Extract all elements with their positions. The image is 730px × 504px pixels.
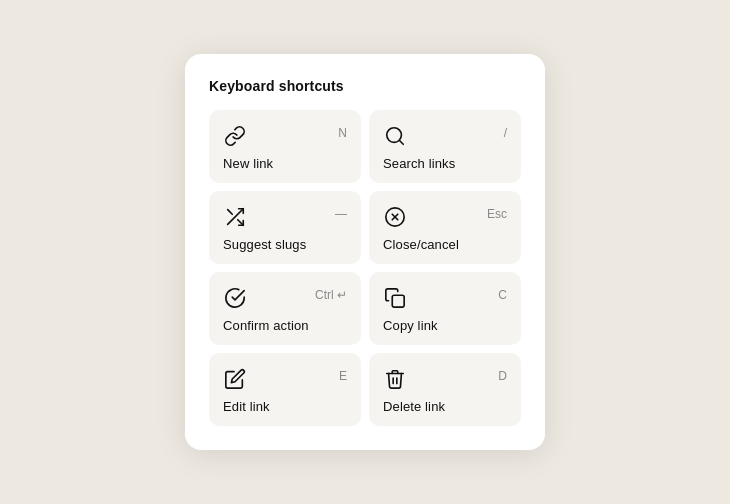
svg-rect-8 xyxy=(392,295,404,307)
shortcuts-grid: N New link / Search links xyxy=(209,110,521,426)
shortcut-key-search-links: / xyxy=(504,126,507,140)
shortcut-top: / xyxy=(383,124,507,148)
shortcut-label-search-links: Search links xyxy=(383,156,507,171)
shortcut-close-cancel: Esc Close/cancel xyxy=(369,191,521,264)
shortcut-confirm-action: Ctrl ↵ Confirm action xyxy=(209,272,361,345)
shortcut-label-copy-link: Copy link xyxy=(383,318,507,333)
shortcut-label-confirm-action: Confirm action xyxy=(223,318,347,333)
shortcut-label-suggest-slugs: Suggest slugs xyxy=(223,237,347,252)
shortcut-key-edit-link: E xyxy=(339,369,347,383)
shortcut-suggest-slugs: — Suggest slugs xyxy=(209,191,361,264)
shortcut-edit-link: E Edit link xyxy=(209,353,361,426)
shortcut-top: Esc xyxy=(383,205,507,229)
shortcut-key-delete-link: D xyxy=(498,369,507,383)
shortcut-label-edit-link: Edit link xyxy=(223,399,347,414)
link-icon xyxy=(223,124,247,148)
shortcut-top: Ctrl ↵ xyxy=(223,286,347,310)
shortcut-top: N xyxy=(223,124,347,148)
check-circle-icon xyxy=(223,286,247,310)
copy-icon xyxy=(383,286,407,310)
shortcut-label-new-link: New link xyxy=(223,156,347,171)
shortcut-search-links: / Search links xyxy=(369,110,521,183)
shortcut-top: D xyxy=(383,367,507,391)
trash-icon xyxy=(383,367,407,391)
svg-line-1 xyxy=(399,140,403,144)
shortcut-key-close-cancel: Esc xyxy=(487,207,507,221)
shortcut-label-close-cancel: Close/cancel xyxy=(383,237,507,252)
shuffle-icon xyxy=(223,205,247,229)
keyboard-shortcuts-modal: Keyboard shortcuts N New link xyxy=(185,54,545,450)
shortcut-top: C xyxy=(383,286,507,310)
svg-line-4 xyxy=(228,210,233,215)
shortcut-key-copy-link: C xyxy=(498,288,507,302)
modal-title: Keyboard shortcuts xyxy=(209,78,521,94)
pencil-icon xyxy=(223,367,247,391)
shortcut-label-delete-link: Delete link xyxy=(383,399,507,414)
shortcut-top: E xyxy=(223,367,347,391)
shortcut-key-new-link: N xyxy=(338,126,347,140)
shortcut-delete-link: D Delete link xyxy=(369,353,521,426)
shortcut-key-suggest-slugs: — xyxy=(335,207,347,221)
search-icon xyxy=(383,124,407,148)
x-circle-icon xyxy=(383,205,407,229)
shortcut-copy-link: C Copy link xyxy=(369,272,521,345)
shortcut-top: — xyxy=(223,205,347,229)
shortcut-new-link: N New link xyxy=(209,110,361,183)
shortcut-key-confirm-action: Ctrl ↵ xyxy=(315,288,347,302)
